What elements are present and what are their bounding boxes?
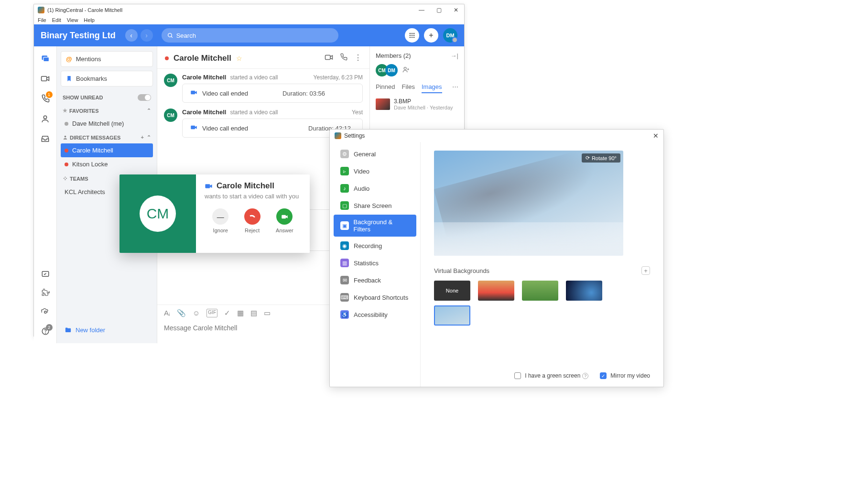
- nav-bg-label: Background & Filters: [354, 218, 410, 233]
- menu-edit[interactable]: Edit: [52, 17, 61, 23]
- sidebar-mentions[interactable]: @ Mentions: [61, 51, 153, 67]
- nav-background-filters[interactable]: ▣Background & Filters: [334, 215, 416, 237]
- tab-files[interactable]: Files: [401, 83, 414, 93]
- dialpad-button[interactable]: [405, 28, 419, 43]
- gif-icon[interactable]: GIF: [206, 309, 217, 317]
- rotate-button[interactable]: ⟳Rotate 90°: [582, 153, 620, 163]
- svg-point-18: [45, 333, 45, 333]
- maximize-button[interactable]: ▢: [434, 6, 443, 14]
- ignore-button[interactable]: — Ignore: [212, 208, 228, 233]
- nav-accessibility[interactable]: ♿Accessibility: [334, 306, 416, 323]
- dm-header[interactable]: DIRECT MESSAGES +⌃: [61, 130, 153, 143]
- brand-name: Binary Testing Ltd: [41, 31, 116, 41]
- favorite-star-icon[interactable]: ☆: [236, 54, 242, 62]
- menu-help[interactable]: Help: [84, 17, 95, 23]
- member-avatar-dm[interactable]: DM: [385, 64, 398, 76]
- help-icon[interactable]: ?: [582, 373, 588, 379]
- tab-images[interactable]: Images: [422, 83, 442, 93]
- code-icon[interactable]: ▭: [264, 309, 271, 317]
- attach-icon[interactable]: 📎: [177, 309, 186, 317]
- rail-messages-icon[interactable]: [40, 53, 51, 64]
- chevron-up-icon[interactable]: ⌃: [147, 108, 151, 114]
- calendar-icon[interactable]: ▦: [237, 309, 244, 317]
- answer-button[interactable]: Answer: [276, 208, 293, 233]
- tab-pinned[interactable]: Pinned: [376, 83, 395, 93]
- popup-actions: — Ignore Reject Answer: [205, 208, 301, 233]
- star-icon: ★: [63, 108, 67, 114]
- menu-view[interactable]: View: [67, 17, 78, 23]
- nav-general[interactable]: ⚙General: [334, 146, 416, 162]
- nav-statistics[interactable]: ▥Statistics: [334, 255, 416, 271]
- reject-button[interactable]: Reject: [244, 208, 260, 233]
- settings-body: ⚙General ▹Video ♪Audio ▢Share Screen ▣Ba…: [330, 142, 663, 387]
- nav-video[interactable]: ▹Video: [334, 163, 416, 179]
- new-folder-button[interactable]: New folder: [61, 322, 153, 338]
- favorites-header[interactable]: ★FAVORITES ⌃: [61, 104, 153, 117]
- rail-video-icon[interactable]: [40, 73, 51, 84]
- vb-none[interactable]: None: [434, 281, 470, 301]
- file-name: 3.BMP: [394, 98, 453, 105]
- rail-contacts-icon[interactable]: [40, 113, 51, 124]
- settings-close-button[interactable]: ✕: [653, 132, 659, 140]
- search-input[interactable]: Search: [162, 28, 338, 43]
- rail-extension-icon[interactable]: [40, 288, 51, 298]
- folder-icon: [65, 326, 72, 334]
- message-action: started a video call: [230, 74, 278, 81]
- task-icon[interactable]: ✓: [224, 309, 230, 317]
- close-button[interactable]: ✕: [452, 6, 460, 14]
- rail-settings-icon[interactable]: [40, 307, 51, 317]
- chevron-up-icon[interactable]: ⌃: [147, 134, 151, 141]
- incoming-call-popup: CM Carole Mitchell wants to start a vide…: [119, 174, 310, 253]
- show-unread-toggle[interactable]: [138, 94, 151, 101]
- nav-recording[interactable]: ◉Recording: [334, 238, 416, 254]
- teams-label: TEAMS: [70, 176, 88, 182]
- vb-header: Virtual Backgrounds +: [434, 266, 650, 275]
- rail-apps-icon[interactable]: [40, 269, 51, 279]
- menu-file[interactable]: File: [38, 17, 46, 23]
- message-action: started a video call: [230, 109, 278, 116]
- sidebar-item-dave[interactable]: Dave Mitchell (me): [61, 117, 153, 130]
- icon-rail: 1 2: [34, 46, 57, 343]
- rail-help-icon[interactable]: 2: [40, 326, 51, 337]
- app-icon: [335, 132, 341, 139]
- add-dm-button[interactable]: +: [141, 134, 144, 141]
- nav-audio[interactable]: ♪Audio: [334, 180, 416, 196]
- add-background-button[interactable]: +: [641, 266, 650, 275]
- svg-point-3: [412, 33, 412, 34]
- collapse-icon[interactable]: →|: [451, 52, 458, 59]
- dm-label: DIRECT MESSAGES: [70, 135, 120, 141]
- more-button[interactable]: ⋮: [354, 53, 362, 64]
- tab-more-button[interactable]: ⋯: [452, 83, 458, 93]
- svg-point-2: [410, 33, 411, 34]
- settings-window: Settings ✕ ⚙General ▹Video ♪Audio ▢Share…: [329, 129, 664, 387]
- green-screen-checkbox[interactable]: I have a green screen ?: [514, 372, 588, 379]
- nav-share-screen[interactable]: ▢Share Screen: [334, 197, 416, 214]
- vb-ship-selected[interactable]: [434, 305, 470, 326]
- emoji-icon[interactable]: ☺: [193, 309, 200, 317]
- add-member-button[interactable]: [402, 66, 410, 75]
- sidebar-item-carole[interactable]: Carole Mitchell: [61, 143, 153, 157]
- vb-label: Virtual Backgrounds: [434, 267, 489, 274]
- nav-keyboard[interactable]: ⌨Keyboard Shortcuts: [334, 289, 416, 305]
- start-video-button[interactable]: [325, 53, 333, 64]
- nav-forward-button[interactable]: ›: [141, 29, 153, 42]
- nav-feedback[interactable]: ✉Feedback: [334, 272, 416, 288]
- minimize-button[interactable]: —: [417, 6, 426, 14]
- mirror-checkbox[interactable]: ✓ Mirror my video: [600, 372, 650, 379]
- sidebar-item-kitson[interactable]: Kitson Locke: [61, 157, 153, 171]
- rail-phone-icon[interactable]: 1: [40, 93, 51, 104]
- rail-inbox-icon[interactable]: [40, 133, 51, 144]
- vb-grass[interactable]: [522, 281, 558, 301]
- nav-share-label: Share Screen: [354, 202, 392, 209]
- sidebar-bookmarks[interactable]: Bookmarks: [61, 71, 153, 87]
- nav-back-button[interactable]: ‹: [125, 29, 138, 42]
- person-icon: [63, 135, 68, 140]
- vb-bridge[interactable]: [478, 281, 514, 301]
- vb-space[interactable]: [566, 281, 602, 301]
- start-call-button[interactable]: [340, 53, 347, 64]
- add-button[interactable]: +: [424, 28, 438, 43]
- format-icon[interactable]: Aᵢ: [164, 309, 170, 317]
- note-icon[interactable]: ▤: [250, 309, 257, 317]
- user-avatar[interactable]: DM: [443, 28, 457, 43]
- file-item[interactable]: 3.BMP Dave Mitchell · Yesterday: [376, 98, 458, 110]
